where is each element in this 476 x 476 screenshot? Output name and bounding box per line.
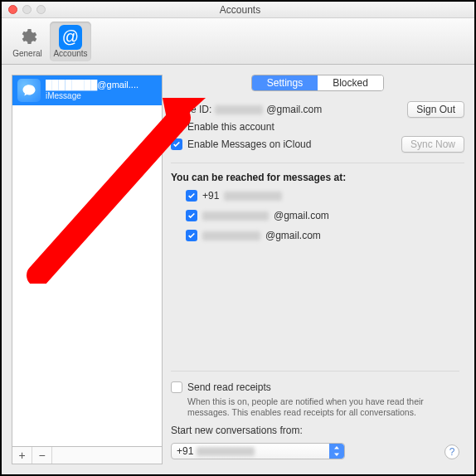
reach-checkbox-1[interactable]	[186, 210, 197, 221]
read-receipts-desc: When this is on, people are notified whe…	[171, 396, 459, 418]
help-button[interactable]: ?	[444, 444, 459, 459]
account-row[interactable]: ████████@gmail.... iMessage	[12, 75, 162, 105]
reach-heading: You can be reached for messages at:	[171, 172, 464, 183]
apple-id-label: Apple ID:	[171, 104, 211, 115]
reach-redacted-0	[224, 192, 282, 201]
start-from-prefix: +91	[177, 445, 193, 457]
tab-accounts-label: Accounts	[53, 49, 87, 58]
titlebar: Accounts	[2, 2, 474, 18]
apple-id-suffix: @gmail.com	[266, 104, 322, 115]
zoom-window-button[interactable]	[36, 5, 46, 14]
reach-redacted-1	[202, 211, 269, 221]
enable-icloud-label: Enable Messages on iCloud	[187, 138, 311, 150]
sync-now-button: Sync Now	[401, 136, 464, 153]
reach-item[interactable]: @gmail.com	[186, 208, 464, 223]
reach-prefix-0: +91	[202, 190, 219, 202]
start-from-redacted	[197, 447, 255, 456]
remove-account-button[interactable]: −	[32, 447, 52, 464]
enable-account-label: Enable this account	[187, 121, 274, 133]
divider	[171, 371, 459, 372]
add-account-button[interactable]: +	[12, 447, 32, 464]
apple-id-value-redacted	[215, 105, 263, 114]
start-from-select[interactable]: +91	[171, 443, 345, 459]
tab-settings[interactable]: Settings	[252, 75, 318, 90]
reach-suffix-1: @gmail.com	[274, 210, 329, 221]
tab-accounts[interactable]: @ Accounts	[50, 22, 91, 61]
reach-suffix-2: @gmail.com	[265, 230, 321, 241]
minimize-window-button[interactable]	[22, 5, 32, 14]
read-receipts-label: Send read receipts	[187, 381, 271, 393]
sidebar-footer: + −	[12, 446, 163, 464]
reach-redacted-2	[202, 231, 260, 240]
read-receipts-checkbox[interactable]	[171, 381, 182, 393]
tab-general-label: General	[12, 49, 42, 58]
reach-item[interactable]: @gmail.com	[186, 228, 464, 243]
imessage-icon	[17, 79, 41, 102]
accounts-sidebar: ████████@gmail.... iMessage	[12, 75, 163, 446]
reach-item[interactable]: +91	[186, 188, 464, 203]
tab-general[interactable]: General	[7, 22, 48, 61]
divider	[171, 163, 464, 163]
start-from-label: Start new conversations from:	[171, 425, 303, 436]
sign-out-button[interactable]: Sign Out	[407, 101, 464, 118]
reach-checkbox-0[interactable]	[186, 190, 197, 202]
window-title: Accounts	[46, 4, 435, 16]
enable-icloud-checkbox[interactable]	[171, 138, 182, 150]
chevron-updown-icon	[329, 444, 344, 459]
account-subtitle: iMessage	[46, 91, 153, 101]
enable-account-checkbox[interactable]	[171, 121, 182, 133]
close-window-button[interactable]	[8, 5, 17, 14]
segmented-control: Settings Blocked	[251, 75, 384, 91]
tab-blocked[interactable]: Blocked	[318, 75, 383, 90]
main-pane: Settings Blocked Apple ID: @gmail.com Si…	[171, 75, 464, 464]
toolbar: General @ Accounts	[2, 18, 474, 65]
account-title: ████████@gmail....	[46, 80, 153, 90]
gear-icon	[16, 26, 39, 49]
reach-checkbox-2[interactable]	[186, 230, 197, 241]
at-icon: @	[59, 26, 82, 49]
